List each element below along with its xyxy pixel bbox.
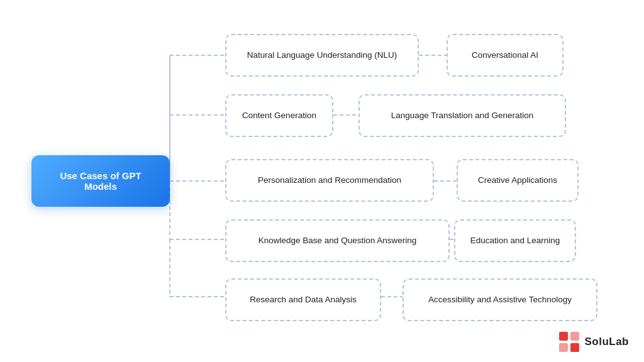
node-personalization: Personalization and Recommendation (225, 159, 434, 202)
svg-rect-14 (559, 332, 568, 341)
node-language-translation: Language Translation and Generation (358, 94, 566, 137)
svg-rect-17 (570, 343, 579, 352)
logo-area: SoluLab (559, 332, 629, 352)
logo-text: SoluLab (584, 336, 629, 348)
node-research: Research and Data Analysis (225, 278, 381, 321)
center-node: Use Cases of GPT Models (31, 155, 170, 207)
node-accessibility: Accessibility and Assistive Technology (402, 278, 597, 321)
node-knowledge-base: Knowledge Base and Question Answering (225, 219, 450, 262)
solulab-logo-icon (559, 332, 579, 352)
svg-rect-15 (570, 332, 579, 341)
diagram-container: Use Cases of GPT Models Natural Language… (0, 0, 644, 362)
node-nlu: Natural Language Understanding (NLU) (225, 34, 419, 77)
node-education-learning: Education and Learning (454, 219, 576, 262)
node-creative-applications: Creative Applications (457, 159, 579, 202)
node-conversational-ai: Conversational AI (447, 34, 564, 77)
node-content-generation: Content Generation (225, 94, 333, 137)
svg-rect-16 (559, 343, 568, 352)
